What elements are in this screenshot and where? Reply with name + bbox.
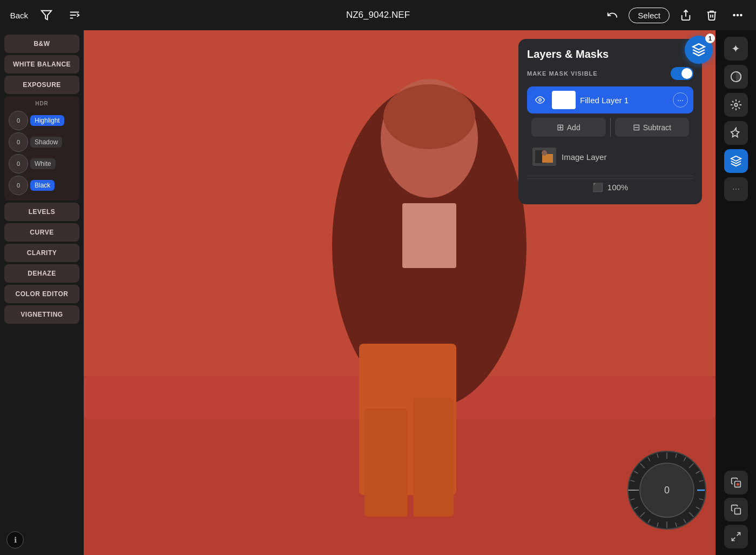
shadow-tag[interactable]: Shadow [30,137,62,148]
vignetting-button[interactable]: VIGNETTING [4,305,79,324]
shadow-knob[interactable]: 0 [9,132,28,152]
svg-marker-0 [42,11,51,20]
left-toolbar: B&W WHITE BALANCE EXPOSURE HDR 0 Highlig… [0,30,84,555]
color-button[interactable] [724,93,748,117]
toggle-knob [681,68,692,79]
layers-panel: Layers & Masks + MAKE MASK VISIBLE Fille… [518,39,702,204]
add-mask-button[interactable]: ⊞ Add [531,118,606,137]
subtract-icon: ⊟ [633,122,640,132]
hdr-label: HDR [6,101,77,106]
make-mask-row: MAKE MASK VISIBLE [527,67,693,80]
paste-settings-button[interactable] [724,498,748,521]
svg-marker-55 [693,44,705,50]
hdr-shadow-row: 0 Shadow [6,131,77,153]
image-layer-thumbnail [532,148,556,166]
white-balance-button[interactable]: WHITE BALANCE [4,55,79,73]
mask-brush-button[interactable] [724,121,748,145]
hdr-highlight-row: 0 Highlight [6,110,77,131]
more-button[interactable] [728,5,747,25]
hdr-white-row: 0 White [6,153,77,175]
share-button[interactable] [676,5,696,25]
levels-button[interactable]: LEVELS [4,203,79,221]
highlight-knob[interactable]: 0 [9,111,28,130]
hdr-section: HDR 0 Highlight 0 Shadow 0 White 0 Black [4,96,79,200]
svg-point-50 [539,99,542,102]
clarity-button[interactable]: CLARITY [4,244,79,262]
svg-point-20 [734,103,738,106]
layers-title: Layers & Masks [527,48,609,61]
image-layer-row[interactable]: Image Layer [527,143,693,170]
magic-wand-button[interactable]: ✦ [724,37,748,61]
svg-rect-58 [734,509,740,514]
filter-button[interactable] [37,5,56,25]
svg-point-57 [736,483,739,486]
exposure-button[interactable]: EXPOSURE [4,76,79,94]
filled-layer-row[interactable]: Filled Layer 1 ··· [527,86,693,113]
dial-container: 0 [624,447,710,533]
subtract-mask-button[interactable]: ⊟ Subtract [615,118,690,137]
select-button[interactable]: Select [629,8,670,23]
black-tag[interactable]: Black [30,180,55,191]
top-bar-right: Select [603,5,747,25]
svg-line-59 [737,533,740,536]
svg-point-6 [737,15,739,16]
layer-more-button[interactable]: ··· [673,92,688,108]
mask-divider [610,118,611,137]
sort-button[interactable] [65,5,84,25]
mask-actions: ⊞ Add ⊟ Subtract [527,118,693,137]
layers-fab-button[interactable]: 1 [685,36,713,64]
layers-badge: 1 [705,34,715,43]
delete-button[interactable] [702,5,721,25]
color-editor-button[interactable]: COLOR EDITOR [4,285,79,303]
svg-point-5 [733,15,735,16]
layer-eye-icon[interactable] [532,92,548,108]
dial-svg: 0 [624,447,710,533]
white-tag[interactable]: White [30,158,56,169]
add-icon: ⊞ [557,122,564,132]
bw-button[interactable]: B&W [4,35,79,53]
histogram-button[interactable]: ⋯ [724,177,748,201]
image-layer-name: Image Layer [562,152,606,162]
layers-header: Layers & Masks + [527,48,693,61]
dehaze-button[interactable]: DEHAZE [4,264,79,283]
highlight-tag[interactable]: Highlight [30,115,64,126]
opacity-value: 100% [608,183,628,192]
tone-button[interactable] [724,65,748,89]
info-button[interactable]: ℹ [6,531,24,549]
white-knob[interactable]: 0 [9,154,28,173]
back-label: Back [10,11,28,20]
dial-value: 0 [664,485,670,496]
copy-settings-button[interactable] [724,471,748,494]
svg-point-7 [740,15,742,16]
opacity-row: ⬛ 100% [527,178,693,196]
curve-button[interactable]: CURVE [4,223,79,242]
opacity-icon: ⬛ [592,182,603,192]
top-bar-left: Back [9,5,84,25]
opacity-divider [527,176,693,176]
make-mask-toggle[interactable] [671,67,693,80]
layer-thumbnail [552,91,576,109]
layers-button[interactable] [724,149,748,173]
filename-title: NZ6_9042.NEF [346,10,410,21]
filled-layer-name: Filled Layer 1 [580,96,669,105]
black-knob[interactable]: 0 [9,176,28,195]
svg-marker-21 [731,156,740,161]
svg-line-60 [732,538,735,541]
svg-point-54 [542,150,547,156]
back-button[interactable]: Back [9,5,28,25]
expand-button[interactable] [724,525,748,549]
top-bar: Back NZ6_9042.NEF Select [0,0,756,30]
undo-button[interactable] [603,5,622,25]
make-mask-label: MAKE MASK VISIBLE [527,70,598,77]
right-bottom-icons [716,471,756,555]
hdr-black-row: 0 Black [6,175,77,196]
